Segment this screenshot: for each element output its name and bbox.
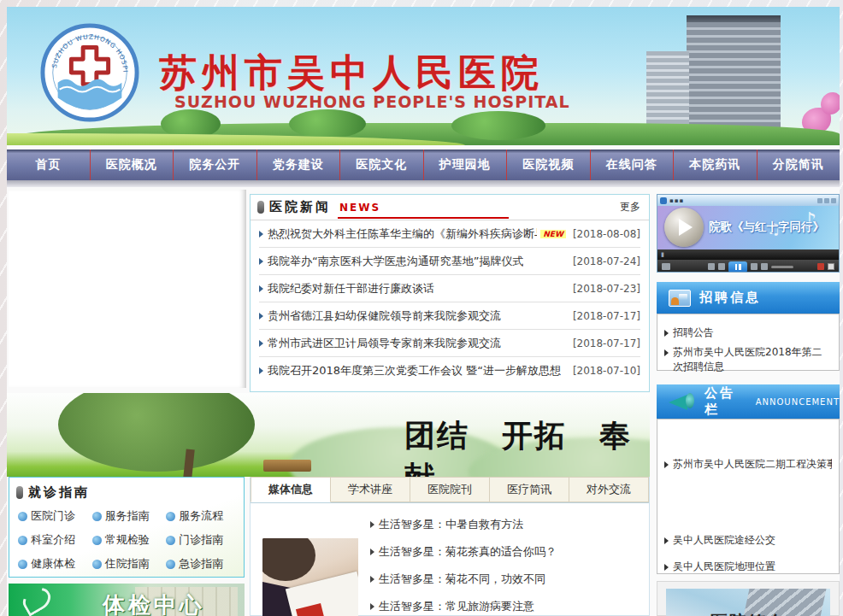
volume-menu-icon[interactable]: [662, 263, 670, 270]
circle-bullet-icon: [166, 536, 175, 545]
circle-bullet-icon: [166, 560, 175, 569]
news-link[interactable]: 热烈祝贺大外科主任陈革华主编的《新编外科疾病诊断与治: [268, 226, 537, 242]
player-song-title: 院歌《与红十字同行》: [709, 220, 824, 235]
site-header-banner: SUZHOU WUZHONG HOSPITAL 苏州市吴中人民医院 SUZHOU…: [7, 7, 840, 145]
tab-external-exchange[interactable]: 对外交流: [569, 477, 649, 502]
news-row: 热烈祝贺大外科主任陈革华主编的《新编外科疾病诊断与治 NEW [2018-08-…: [259, 220, 640, 248]
recruit-link[interactable]: 苏州市吴中人民医院2018年第二次招聘信息: [664, 345, 832, 374]
circle-bullet-icon: [92, 536, 102, 545]
next-track-icon[interactable]: [751, 263, 758, 270]
news-link[interactable]: 常州市武进区卫计局领导专家前来我院参观交流: [268, 336, 501, 351]
nav-item-hospital-video[interactable]: 医院视频: [507, 150, 591, 180]
media-photo: [262, 538, 358, 616]
media-news-link[interactable]: 生活智多星：中暑自救有方法: [370, 511, 644, 538]
banner-tree-trunk: [183, 449, 194, 477]
guide-link-outpatient[interactable]: 医院门诊: [18, 508, 92, 524]
news-date: [2018-07-17]: [566, 337, 640, 349]
playlist-icon[interactable]: [761, 263, 768, 270]
hospital-intro-panel[interactable]: 医院简介: [657, 581, 840, 616]
section-bullet-icon: [16, 486, 23, 499]
arrow-bullet-icon: [259, 313, 263, 320]
announcement-link[interactable]: 吴中人民医院途经公交: [664, 533, 832, 548]
news-date: [2018-08-08]: [566, 228, 640, 240]
new-badge: NEW: [540, 230, 566, 238]
news-link[interactable]: 我院举办“南京医科大学医患沟通研究基地”揭牌仪式: [268, 254, 523, 269]
nav-item-party-building[interactable]: 党务建设: [257, 150, 341, 180]
site-subtitle: SUZHOU WUZHONG PEOPLE'S HOSPITAL: [174, 92, 570, 111]
intro-building-photo: 医院简介: [666, 589, 830, 616]
nav-item-home[interactable]: 首页: [7, 150, 91, 180]
close-icon[interactable]: [831, 198, 836, 203]
news-row: 我院举办“南京医科大学医患沟通研究基地”揭牌仪式 [2018-07-24]: [259, 248, 640, 275]
megaphone-icon: [669, 391, 694, 412]
flower-decoration: [821, 92, 840, 114]
recruit-photo-icon: [669, 290, 691, 307]
guide-link-emergency-guide[interactable]: 急诊指南: [166, 556, 240, 572]
checkup-center-banner[interactable]: 体检中心: [9, 584, 245, 616]
previous-track-icon[interactable]: [718, 263, 725, 270]
visit-guide-panel: 就诊指南 医院门诊 服务指南 服务流程 科室介绍 常规检验 门诊指南 健康体检 …: [9, 477, 245, 578]
swoosh-logo-icon: [19, 584, 55, 616]
guide-link-service-flow[interactable]: 服务流程: [166, 508, 240, 524]
circle-bullet-icon: [18, 512, 27, 521]
arrow-bullet-icon: [259, 231, 263, 238]
maximize-icon[interactable]: [824, 198, 829, 203]
nav-item-hospital-overview[interactable]: 医院概况: [91, 150, 174, 180]
recruit-link[interactable]: 招聘公告: [664, 326, 832, 340]
arrow-bullet-icon: [664, 564, 669, 571]
nav-item-hospital-culture[interactable]: 医院文化: [340, 150, 424, 180]
guide-link-health-checkup[interactable]: 健康体检: [18, 556, 92, 572]
news-more-link[interactable]: 更多: [620, 200, 640, 214]
left-media-placeholder: [9, 190, 246, 388]
player-screen: ♪ ♫ 院歌《与红十字同行》: [657, 206, 839, 249]
guide-link-routine-tests[interactable]: 常规检验: [92, 532, 167, 548]
arrow-bullet-icon: [259, 285, 263, 292]
announcement-link[interactable]: 苏州市吴中人民医院二期工程决策事: [664, 457, 832, 472]
pause-button[interactable]: [728, 261, 747, 273]
player-progress-strip[interactable]: ▮: [657, 249, 839, 260]
news-row: 常州市武进区卫计局领导专家前来我院参观交流 [2018-07-17]: [259, 330, 640, 357]
play-button[interactable]: [664, 208, 704, 247]
tab-academic-lectures[interactable]: 学术讲座: [331, 477, 410, 502]
nav-item-nursing[interactable]: 护理园地: [424, 150, 508, 180]
lock-icon[interactable]: [817, 263, 824, 270]
news-link[interactable]: 我院纪委对新任干部进行廉政谈话: [268, 281, 434, 296]
arrow-bullet-icon: [370, 521, 374, 528]
arrow-bullet-icon: [259, 258, 263, 265]
guide-link-outpatient-guide[interactable]: 门诊指南: [166, 532, 240, 548]
arrow-bullet-icon: [370, 549, 374, 555]
nav-item-pharmacy-news[interactable]: 本院药讯: [674, 150, 758, 180]
intro-title: 医院简介: [710, 611, 786, 616]
stop-icon[interactable]: [708, 263, 715, 270]
news-link[interactable]: 我院召开2018年度第三次党委工作会议 暨“进一步解放思想: [268, 363, 561, 378]
volume-slider[interactable]: [771, 266, 793, 268]
announcement-title-en: ANNOUNCEMENT: [756, 397, 840, 407]
slogan-banner: 团结 开拓 奉献: [7, 393, 650, 477]
news-date: [2018-07-24]: [566, 255, 640, 267]
guide-link-departments[interactable]: 科室介绍: [18, 532, 92, 548]
player-progress-marker: ▮: [661, 251, 664, 258]
nav-item-online-qa[interactable]: 在线问答: [591, 150, 675, 180]
media-news-link[interactable]: 生活智多星：菊花茶真的适合你吗？: [370, 538, 644, 566]
arrow-bullet-icon: [259, 340, 263, 347]
loop-checkbox[interactable]: [828, 263, 834, 270]
guide-link-inpatient-guide[interactable]: 住院指南: [92, 556, 167, 572]
media-tab-bar: 媒体信息 学术讲座 医院院刊 医疗简讯 对外交流: [251, 477, 649, 503]
tab-media-info[interactable]: 媒体信息: [251, 477, 331, 502]
arrow-bullet-icon: [664, 349, 669, 356]
guide-link-service-guide[interactable]: 服务指南: [92, 508, 167, 524]
news-row: 贵州省德江县妇幼保健院领导前来我院参观交流 [2018-07-17]: [259, 302, 640, 330]
player-titlebar-ticks: ▪▪▪: [669, 197, 684, 204]
circle-bullet-icon: [92, 512, 102, 521]
announcement-link[interactable]: 吴中人民医院地理位置: [664, 560, 832, 574]
media-news-link[interactable]: 生活智多星：常见旅游病要注意: [370, 593, 644, 616]
minimize-icon[interactable]: [817, 198, 822, 203]
media-news-link[interactable]: 生活智多星：菊花不同，功效不同: [370, 566, 644, 593]
nav-item-branch-news[interactable]: 分院简讯: [758, 150, 840, 180]
tab-medical-briefs[interactable]: 医疗简讯: [490, 477, 569, 502]
nav-item-open-affairs[interactable]: 院务公开: [174, 150, 257, 180]
news-link[interactable]: 贵州省德江县妇幼保健院领导前来我院参观交流: [268, 308, 501, 324]
play-icon: [679, 219, 693, 236]
tab-hospital-journal[interactable]: 医院院刊: [410, 477, 490, 502]
news-title-en: NEWS: [338, 202, 509, 219]
